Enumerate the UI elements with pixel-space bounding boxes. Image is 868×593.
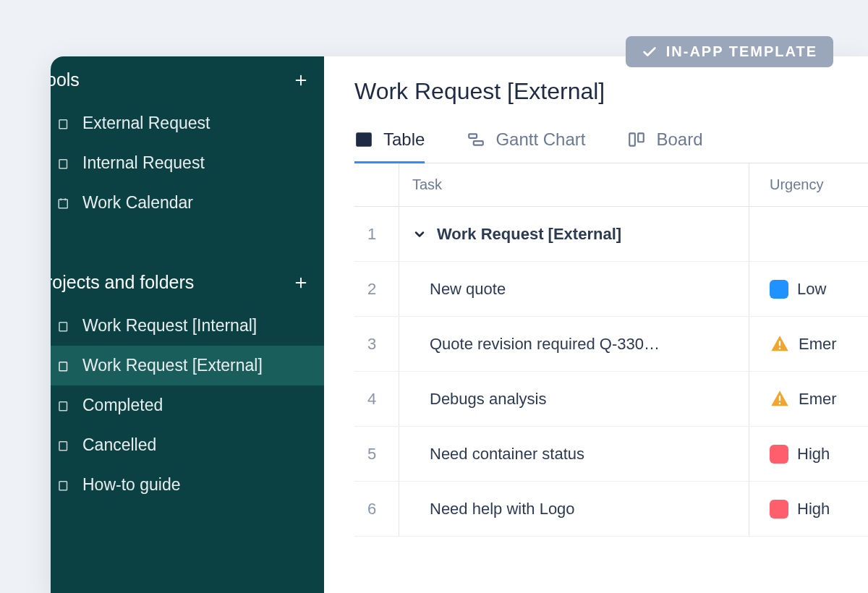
sidebar-item-external-request[interactable]: External Request <box>51 103 324 143</box>
svg-rect-20 <box>630 133 636 145</box>
urgency-swatch-low <box>770 280 788 299</box>
svg-rect-12 <box>59 441 67 450</box>
urgency-cell: Emer <box>749 317 868 371</box>
urgency-swatch-high <box>770 500 788 519</box>
sidebar-item-how-to-guide[interactable]: How-to guide <box>51 465 324 505</box>
svg-rect-24 <box>779 396 780 401</box>
table-row[interactable]: 1 Work Request [External] <box>354 207 868 262</box>
urgency-cell: Low <box>749 262 868 316</box>
svg-rect-23 <box>779 347 780 349</box>
svg-rect-3 <box>59 159 67 168</box>
warning-icon <box>770 334 790 354</box>
outer-frame: IN-APP TEMPLATE ools Ex <box>0 0 868 593</box>
svg-rect-10 <box>59 362 67 370</box>
folder-icon <box>56 116 71 131</box>
urgency-cell: High <box>749 427 868 481</box>
template-badge-label: IN-APP TEMPLATE <box>666 43 817 60</box>
sidebar-item-work-request-external[interactable]: Work Request [External] <box>51 346 324 385</box>
sidebar: ools External Request <box>51 56 324 593</box>
tab-table[interactable]: Table <box>354 129 425 163</box>
sidebar-item-label: Work Calendar <box>82 193 193 213</box>
board-icon <box>627 130 646 149</box>
folder-icon <box>56 398 71 413</box>
urgency-cell: High <box>749 482 868 536</box>
chevron-down-icon <box>412 227 427 242</box>
task-label: Need container status <box>430 445 584 464</box>
svg-rect-22 <box>779 341 780 346</box>
urgency-swatch-high <box>770 445 788 464</box>
page-title: Work Request [External] <box>354 78 868 105</box>
plus-icon <box>293 275 309 291</box>
add-tool-button[interactable] <box>292 72 310 89</box>
table-row[interactable]: 3 Quote revision required Q-330… Emer <box>354 317 868 372</box>
sidebar-item-internal-request[interactable]: Internal Request <box>51 143 324 183</box>
sidebar-item-label: Completed <box>82 396 163 415</box>
row-number: 4 <box>354 372 399 426</box>
sidebar-item-label: Work Request [External] <box>82 356 263 375</box>
row-number: 6 <box>354 482 399 536</box>
sidebar-item-work-request-internal[interactable]: Work Request [Internal] <box>51 306 324 346</box>
sidebar-item-label: Cancelled <box>82 435 156 455</box>
urgency-badge: High <box>770 500 830 519</box>
tab-label: Table <box>383 129 425 150</box>
row-number: 1 <box>354 207 399 261</box>
task-cell: Need container status <box>399 427 749 481</box>
row-number: 5 <box>354 427 399 481</box>
template-badge: IN-APP TEMPLATE <box>626 36 833 67</box>
svg-rect-11 <box>59 401 67 410</box>
urgency-cell: Emer <box>749 372 868 426</box>
task-table: Task Urgency 1 Work Request [External] <box>354 163 868 537</box>
table-icon <box>354 130 373 149</box>
svg-rect-21 <box>639 133 644 142</box>
folder-icon <box>56 438 71 453</box>
svg-rect-9 <box>59 322 67 330</box>
folder-icon <box>56 156 71 171</box>
sidebar-section-tools: ools External Request <box>51 56 324 223</box>
svg-rect-13 <box>59 481 67 490</box>
urgency-badge: High <box>770 445 830 464</box>
sidebar-item-cancelled[interactable]: Cancelled <box>51 425 324 465</box>
task-label: Quote revision required Q-330… <box>430 335 660 354</box>
add-project-button[interactable] <box>292 274 310 291</box>
urgency-label: High <box>797 445 830 464</box>
svg-rect-4 <box>59 199 67 208</box>
row-number: 2 <box>354 262 399 316</box>
task-cell: Work Request [External] <box>399 207 749 261</box>
task-label: Work Request [External] <box>437 225 621 244</box>
urgency-label: Emer <box>799 335 837 354</box>
sidebar-item-label: External Request <box>82 114 210 133</box>
sidebar-item-label: How-to guide <box>82 475 181 495</box>
table-row[interactable]: 4 Debugs analysis Emer <box>354 372 868 427</box>
gantt-icon <box>467 130 485 149</box>
table-row[interactable]: 5 Need container status High <box>354 427 868 482</box>
sidebar-item-label: Work Request [Internal] <box>82 316 257 336</box>
sidebar-section-projects: rojects and folders Work Request [Intern… <box>51 259 324 505</box>
sidebar-item-completed[interactable]: Completed <box>51 385 324 425</box>
svg-rect-19 <box>474 141 483 145</box>
tab-gantt[interactable]: Gantt Chart <box>467 129 585 163</box>
tab-label: Gantt Chart <box>495 129 585 150</box>
col-urgency-header: Urgency <box>749 163 868 206</box>
urgency-badge: Emer <box>770 334 837 354</box>
plus-icon <box>293 72 309 88</box>
task-cell: New quote <box>399 262 749 316</box>
folder-icon <box>56 319 71 333</box>
table-header: Task Urgency <box>354 163 868 207</box>
tab-label: Board <box>656 129 702 150</box>
col-task-header: Task <box>399 163 749 206</box>
task-cell: Need help with Logo <box>399 482 749 536</box>
tab-board[interactable]: Board <box>627 129 702 163</box>
folder-icon <box>56 478 71 492</box>
sidebar-item-work-calendar[interactable]: Work Calendar <box>51 183 324 223</box>
table-row[interactable]: 2 New quote Low <box>354 262 868 317</box>
group-toggle[interactable]: Work Request [External] <box>412 225 621 244</box>
urgency-label: High <box>797 500 830 519</box>
svg-rect-25 <box>779 402 780 404</box>
folder-icon <box>56 359 71 373</box>
sidebar-section-title: rojects and folders <box>51 272 194 293</box>
svg-rect-14 <box>357 133 371 145</box>
row-number: 3 <box>354 317 399 371</box>
main-content: Work Request [External] Table Gantt Char… <box>324 56 868 593</box>
table-row[interactable]: 6 Need help with Logo High <box>354 482 868 537</box>
sidebar-section-header-projects: rojects and folders <box>51 259 324 306</box>
